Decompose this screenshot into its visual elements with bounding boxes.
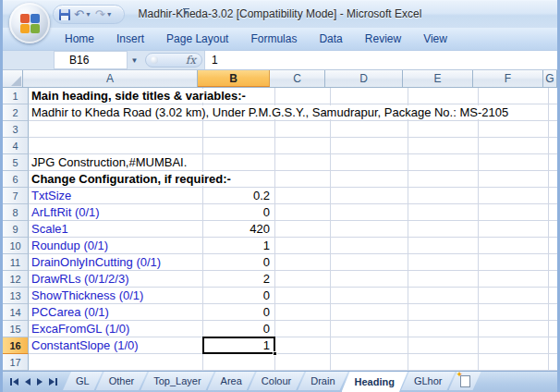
cell-B4[interactable] [203,138,275,154]
cell-E13[interactable] [408,288,479,304]
cell-A7[interactable]: TxtSize [29,188,203,204]
row-header-11[interactable]: 11 [3,254,29,271]
cell-G13[interactable] [549,288,560,304]
cell-D5[interactable] [331,154,408,171]
undo-button[interactable]: ↶ ▼ [74,8,91,20]
cell-C1[interactable] [275,88,331,104]
sheet-tab-drain[interactable]: Drain [298,372,347,390]
cell-G1[interactable] [549,88,560,104]
fill-handle[interactable] [273,351,277,356]
cell-G5[interactable] [549,154,560,171]
column-header-e[interactable]: E [403,70,473,87]
cell-C17[interactable] [275,354,331,371]
row-header-7[interactable]: 7 [3,188,29,204]
cell-D14[interactable] [331,304,408,321]
cell-G15[interactable] [549,321,560,337]
row-header-16[interactable]: 16 [3,337,29,354]
cell-F7[interactable] [479,188,549,204]
ribbon-tab-review[interactable]: Review [354,28,412,50]
selected-cell-B16[interactable]: 1 [203,337,275,354]
row-header-1[interactable]: 1 [3,88,29,104]
cell-E11[interactable] [408,254,479,271]
customize-quick-access-button[interactable]: ▼ [180,8,191,15]
sheet-tab-colour[interactable]: Colour [249,372,304,390]
cell-E16[interactable] [408,337,479,354]
cell-F12[interactable] [479,271,549,288]
cell-B3[interactable] [203,121,275,138]
cell-D16[interactable] [331,337,408,354]
cell-E1[interactable] [408,88,479,104]
ribbon-tab-data[interactable]: Data [308,28,353,50]
cell-D17[interactable] [331,354,408,371]
name-box-dropdown-icon[interactable]: ▼ [128,51,141,69]
insert-function-button[interactable]: fx [145,53,202,67]
cell-D9[interactable] [331,221,408,238]
cell-A12[interactable]: DrawRLs (0/1/2/3) [29,271,203,288]
cell-G14[interactable] [549,304,560,321]
ribbon-tab-formulas[interactable]: Formulas [239,28,308,50]
cell-D15[interactable] [331,321,408,337]
cell-F13[interactable] [479,288,549,304]
sheet-tab-glhor[interactable]: GLhor [401,372,456,390]
cell-C10[interactable] [275,238,331,254]
sheet-tab-area[interactable]: Area [208,372,255,390]
cell-E6[interactable] [408,171,479,188]
cell-D10[interactable] [331,238,408,254]
last-sheet-button[interactable] [49,375,57,388]
cell-G8[interactable] [549,204,560,221]
cell-E10[interactable] [408,238,479,254]
column-header-g[interactable]: G [543,70,557,87]
cell-B5[interactable] [203,154,275,171]
name-box[interactable]: B16 [54,51,128,69]
cell-A6[interactable]: Change Configuration, if required:- [29,171,203,188]
cell-E15[interactable] [408,321,479,337]
cell-A1[interactable]: Main heading, side titles & variables:- [29,88,203,104]
row-header-17[interactable]: 17 [3,354,29,371]
cell-C9[interactable] [275,221,331,238]
cell-D4[interactable] [331,138,408,154]
cell-G9[interactable] [549,221,560,238]
cell-B8[interactable]: 0 [203,204,275,221]
column-header-a[interactable]: A [23,70,198,87]
row-header-10[interactable]: 10 [3,238,29,254]
row-header-3[interactable]: 3 [3,121,29,138]
cell-B13[interactable]: 0 [203,288,275,304]
column-header-d[interactable]: D [325,70,403,87]
row-header-12[interactable]: 12 [3,271,29,288]
cell-B11[interactable]: 0 [203,254,275,271]
row-header-5[interactable]: 5 [3,154,29,171]
cell-B10[interactable]: 1 [203,238,275,254]
cell-F4[interactable] [479,138,549,154]
cell-F11[interactable] [479,254,549,271]
cell-F16[interactable] [479,337,549,354]
cell-F14[interactable] [479,304,549,321]
cell-C7[interactable] [275,188,331,204]
row-header-6[interactable]: 6 [3,171,29,188]
cell-A10[interactable]: Roundup (0/1) [29,238,203,254]
cell-E9[interactable] [408,221,479,238]
cell-B14[interactable]: 0 [203,304,275,321]
sheet-tab-top_layer[interactable]: Top_Layer [140,372,213,390]
cell-F9[interactable] [479,221,549,238]
cell-G4[interactable] [549,138,560,154]
cell-G6[interactable] [549,171,560,188]
cell-E17[interactable] [408,354,479,371]
cell-F8[interactable] [479,204,549,221]
cell-C12[interactable] [275,271,331,288]
cell-B15[interactable]: 0 [203,321,275,337]
cell-A4[interactable] [29,138,203,154]
cell-D12[interactable] [331,271,408,288]
cell-C13[interactable] [275,288,331,304]
cell-A16[interactable]: ConstantSlope (1/0) [29,337,203,354]
cell-C11[interactable] [275,254,331,271]
cell-G17[interactable] [549,354,560,371]
ribbon-tab-page-layout[interactable]: Page Layout [155,28,239,50]
select-all-corner[interactable] [3,70,23,87]
column-header-f[interactable]: F [473,70,543,87]
cell-A9[interactable]: Scale1 [29,221,203,238]
cell-D3[interactable] [331,121,408,138]
cell-E4[interactable] [408,138,479,154]
cell-A14[interactable]: PCCarea (0/1) [29,304,203,321]
row-header-4[interactable]: 4 [3,138,29,154]
row-header-8[interactable]: 8 [3,204,29,221]
